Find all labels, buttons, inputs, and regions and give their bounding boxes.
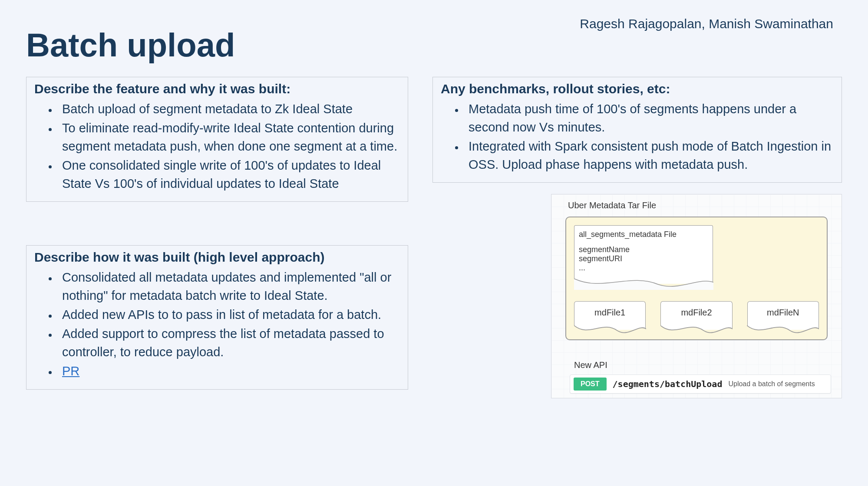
approach-heading: Describe how it was built (high level ap…: [34, 250, 400, 265]
md-file-label: mdFile1: [594, 308, 625, 318]
approach-bullet: Added support to compress the list of me…: [58, 325, 400, 361]
right-column: Any benchmarks, rollout stories, etc: Me…: [432, 77, 842, 398]
tar-file-box: all_segments_metadata File segmentName s…: [565, 217, 828, 340]
diagram: Uber Metadata Tar File all_segments_meta…: [551, 194, 842, 398]
benchmarks-bullet: Metadata push time of 100's of segments …: [464, 100, 834, 136]
feature-card: Describe the feature and why it was buil…: [26, 77, 408, 202]
torn-edge-icon: [574, 325, 646, 336]
api-description: Upload a batch of segments: [728, 380, 815, 388]
md-file: mdFileN: [747, 301, 819, 330]
api-bar: POST /segments/batchUpload Upload a batc…: [570, 374, 831, 394]
doc-line: segmentName: [579, 245, 708, 254]
doc-line: segmentURI: [579, 254, 708, 263]
approach-pr-bullet: PR: [58, 362, 400, 380]
left-column: Describe the feature and why it was buil…: [26, 77, 408, 390]
page-title: Batch upload: [26, 26, 842, 64]
doc-title: all_segments_metadata File: [579, 230, 708, 239]
http-method-badge: POST: [574, 378, 607, 391]
md-file: mdFile1: [574, 301, 646, 330]
feature-heading: Describe the feature and why it was buil…: [34, 82, 400, 96]
new-api-label: New API: [574, 360, 842, 370]
approach-bullet: Consolidated all metadata updates and im…: [58, 268, 400, 305]
benchmarks-card: Any benchmarks, rollout stories, etc: Me…: [432, 77, 842, 183]
torn-edge-icon: [747, 325, 819, 336]
authors-text: Ragesh Rajagopalan, Manish Swaminathan: [580, 16, 833, 31]
tar-file-label: Uber Metadata Tar File: [568, 200, 842, 210]
doc-line: ...: [579, 263, 708, 273]
api-path: /segments/batchUpload: [613, 379, 723, 389]
columns: Describe the feature and why it was buil…: [26, 77, 842, 398]
md-file-row: mdFile1 mdFile2: [574, 301, 819, 330]
feature-bullet: One consolidated single write of 100's o…: [58, 156, 400, 193]
feature-bullet: Batch upload of segment metadata to Zk I…: [58, 100, 400, 118]
approach-card: Describe how it was built (high level ap…: [26, 245, 408, 389]
torn-edge-icon: [574, 279, 713, 290]
pr-link[interactable]: PR: [62, 364, 79, 378]
feature-bullet: To eliminate read-modify-write Ideal Sta…: [58, 119, 400, 155]
torn-edge-icon: [660, 325, 733, 336]
md-file: mdFile2: [660, 301, 732, 330]
all-segments-doc: all_segments_metadata File segmentName s…: [574, 225, 713, 284]
md-file-label: mdFileN: [767, 308, 799, 318]
slide: Ragesh Rajagopalan, Manish Swaminathan B…: [0, 0, 868, 486]
benchmarks-heading: Any benchmarks, rollout stories, etc:: [441, 82, 834, 96]
approach-bullet: Added new APIs to to pass in list of met…: [58, 305, 400, 324]
diagram-area: Uber Metadata Tar File all_segments_meta…: [551, 194, 842, 398]
benchmarks-bullet: Integrated with Spark consistent push mo…: [464, 137, 834, 174]
md-file-label: mdFile2: [681, 308, 712, 318]
